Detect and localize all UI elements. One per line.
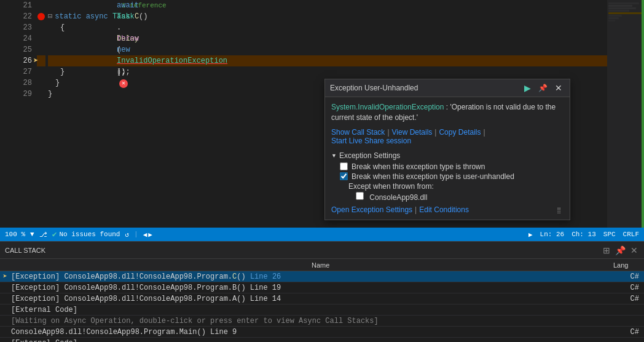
panel-controls: ⊞ 📌 ✕ [602,244,639,256]
status-right: ▶ Ln: 26 Ch: 13 SPC CRLF [528,231,639,239]
call-stack-row-4[interactable]: [Waiting on Async Operation, double-clic… [0,316,644,327]
current-line-arrow: ➤ [33,55,38,66]
call-stack-row-1-text: [Exception] ConsoleApp98.dll!ConsoleApp9… [10,284,613,292]
line-num-27: 27 [0,66,32,78]
popup-links: Show Call Stack | View Details | Copy De… [331,128,564,145]
panel-title: Call Stack [5,247,45,254]
call-stack-header: Name Lang [0,259,644,271]
cursor-column: Ch: 13 [571,231,596,238]
call-stack-row-1-lang: C# [613,284,644,292]
call-stack-row-2-text: [Exception] ConsoleApp98.dll!ConsoleApp9… [10,295,613,303]
line-numbers: 21 22 23 24 25 26 27 28 29 [0,0,37,228]
exception-message: System.InvalidOperationException : 'Oper… [331,102,564,123]
call-stack-row-3-text: [External Code] [10,306,613,314]
right-scroll-indicator [642,0,644,228]
line-num-26: 26 [0,55,32,66]
exception-settings: ▼ Exception Settings Break when this exc… [331,151,564,215]
view-details-link[interactable]: View Details [392,128,433,137]
nav-divider: | [134,231,138,238]
call-stack-row-2[interactable]: [Exception] ConsoleApp98.dll!ConsoleApp9… [0,293,644,304]
popup-pin-btn[interactable]: 📌 [536,82,550,93]
break-user-unhandled-label: Break when this exception type is user-u… [351,172,514,181]
call-stack-panel: Call Stack ⊞ 📌 ✕ Name Lang ➤ [Exception]… [0,241,644,342]
nav-play-btn[interactable]: ▶ [528,231,533,239]
console-app-row: ConsoleApp98.dll [356,192,564,202]
popup-title: Exception User-Unhandled [330,84,418,92]
panel-close-btn[interactable]: ✕ [629,244,639,256]
panel-move-btn[interactable]: ⊞ [602,244,611,256]
line-ending-indicator[interactable]: CRLF [623,231,639,238]
break-when-thrown-checkbox[interactable] [340,162,348,170]
col-lang-header: Lang [613,261,644,269]
status-left: 100 % ▼ ⎇ ✔ No issues found ↺ | ◀ ▶ [5,229,524,239]
no-issues-label: No issues found [59,231,120,238]
open-exception-settings-link[interactable]: Open Exception Settings [331,205,412,214]
call-stack-table: Name Lang ➤ [Exception] ConsoleApp98.dll… [0,259,644,342]
call-stack-row-3[interactable]: [External Code] [0,304,644,316]
exception-type: System.InvalidOperationException [331,103,444,111]
col-name-header: Name [307,261,613,269]
start-live-share-link[interactable]: Start Live Share session [331,137,411,145]
settings-header: ▼ Exception Settings [331,151,564,160]
console-app-label: ConsoleApp98.dll [369,193,427,202]
nav-left-arrow[interactable]: ◀ [143,231,147,239]
code-line-26: ➤ throw new InvalidOperationException ()… [48,55,607,66]
popup-header: Exception User-Unhandled ▶ 📌 ✕ [325,79,570,97]
call-stack-row-0-text: [Exception] ConsoleApp98.dll!ConsoleApp9… [10,272,613,281]
cursor-position: Ln: 26 [540,231,565,238]
line-num-23: 23 [0,22,32,33]
nav-right-arrow[interactable]: ▶ [148,231,152,239]
popup-continue-btn[interactable]: ▶ [522,82,533,94]
popup-footer-links: Open Exception Settings | Edit Condition… [331,205,564,215]
arrow-nav: ◀ ▶ [143,231,152,239]
break-when-thrown-label: Break when this exception type is thrown [351,162,485,171]
call-stack-row-6[interactable]: [External Code] [0,338,644,342]
line-num-24: 24 [0,33,32,44]
active-row-arrow: ➤ [0,272,10,281]
break-user-unhandled-checkbox[interactable] [340,172,348,180]
panel-pin-btn[interactable]: 📌 [614,244,627,256]
collapse-btn-22[interactable]: ⊟ [48,11,52,22]
line-num-25: 25 [0,44,32,55]
edit-conditions-link[interactable]: Edit Conditions [419,205,469,214]
breakpoint-margin [37,0,45,228]
panel-header: Call Stack ⊞ 📌 ✕ [0,242,644,259]
break-when-thrown-row: Break when this exception type is thrown [340,162,564,171]
editor-area: 21 22 23 24 25 26 27 28 29 [0,0,644,228]
call-stack-row-5-text: ConsoleApp98.dll!ConsoleApp98.Program.Ma… [10,328,613,336]
popup-actions: ▶ 📌 ✕ [522,82,565,94]
call-stack-row-5[interactable]: ConsoleApp98.dll!ConsoleApp98.Program.Ma… [0,327,644,338]
call-stack-row-2-lang: C# [613,295,644,303]
zoom-level: 100 % [5,231,25,238]
sync-btn[interactable]: ↺ [125,231,129,239]
line-num-22: 22 [0,11,32,22]
popup-body: System.InvalidOperationException : 'Oper… [325,97,570,220]
show-call-stack-link[interactable]: Show Call Stack [331,128,385,137]
git-branch-icon: ⎇ [39,231,47,239]
breakpoint-dot[interactable] [37,13,45,20]
exception-popup: Exception User-Unhandled ▶ 📌 ✕ System.In… [324,79,570,220]
check-circle-icon: ✔ [52,229,57,239]
popup-close-btn[interactable]: ✕ [552,82,565,94]
settings-title: Exception Settings [339,151,400,160]
break-user-unhandled-row: Break when this exception type is user-u… [340,172,564,181]
call-stack-row-6-text: [External Code] [10,339,613,343]
call-stack-row-0-lang: C# [613,272,644,281]
call-stack-row-1[interactable]: [Exception] ConsoleApp98.dll!ConsoleApp9… [0,282,644,293]
no-issues-indicator: ✔ No issues found [52,229,120,239]
call-stack-row-5-lang: C# [613,328,644,336]
except-when-label: Except when thrown from: [348,182,564,191]
resize-handle[interactable]: ⣿ [554,205,564,215]
triangle-icon: ▼ [331,153,337,159]
copy-details-link[interactable]: Copy Details [439,128,481,137]
console-app-checkbox[interactable] [356,192,364,200]
status-bar: 100 % ▼ ⎇ ✔ No issues found ↺ | ◀ ▶ ▶ Ln… [0,228,644,241]
call-stack-row-0[interactable]: ➤ [Exception] ConsoleApp98.dll!ConsoleAp… [0,271,644,282]
encoding-indicator[interactable]: SPC [603,231,616,238]
line-num-29: 29 [0,89,32,100]
line-num-28: 28 [0,78,32,89]
call-stack-row-4-text: [Waiting on Async Operation, double-clic… [10,317,613,325]
minimap [607,0,644,228]
line-num-21: 21 [0,0,32,11]
zoom-dropdown-icon[interactable]: ▼ [30,231,34,238]
